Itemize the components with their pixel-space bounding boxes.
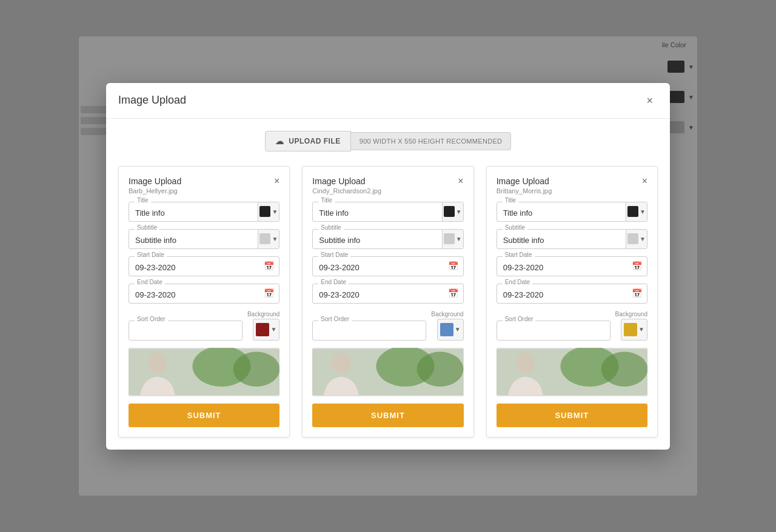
submit-button-2[interactable]: SUBMIT (312, 404, 463, 427)
card-filename-2: Cindy_Richardson2.jpg (312, 187, 381, 195)
end-date-row-2: 📅 (312, 284, 463, 304)
end-date-label-3: End Date (503, 279, 533, 285)
title-color-chevron-1: ▼ (272, 208, 278, 215)
card-title-3: Image Upload (497, 176, 552, 186)
title-label-2: Title (318, 197, 335, 204)
modal-title: Image Upload (118, 94, 186, 107)
modal: Image Upload × ☁ UPLOAD FILE 900 WIDTH X… (106, 83, 670, 450)
card-title-group-3: Image Upload Brittany_Morris.jpg (497, 176, 552, 195)
card-header-2: Image Upload Cindy_Richardson2.jpg × (312, 176, 463, 195)
sort-input-3[interactable] (497, 321, 610, 341)
card-2: Image Upload Cindy_Richardson2.jpg × Tit… (302, 166, 473, 437)
bg-label-2: Background (431, 311, 463, 318)
bg-label-1: Background (247, 311, 279, 318)
sort-label-2: Sort Order (318, 316, 352, 322)
end-date-field-group-3: End Date 📅 (497, 284, 647, 304)
title-color-btn-1[interactable]: ▼ (258, 202, 279, 221)
subtitle-field-group-1: Subtitle ▼ (129, 229, 279, 249)
end-date-field-group-1: End Date 📅 (129, 284, 279, 304)
modal-close-button[interactable]: × (641, 93, 658, 108)
bg-color-btn-3[interactable]: ▼ (621, 319, 647, 341)
bg-field-1: Background ▼ (247, 311, 279, 341)
preview-svg-1 (129, 348, 279, 396)
start-date-input-3[interactable] (497, 257, 627, 276)
card-header-1: Image Upload Barb_Hellyer.jpg × (129, 176, 279, 195)
sort-label-1: Sort Order (135, 316, 168, 322)
card-close-button-3[interactable]: × (642, 176, 647, 186)
subtitle-color-btn-3[interactable]: ▼ (626, 230, 647, 248)
card-header-3: Image Upload Brittany_Morris.jpg × (497, 176, 647, 195)
subtitle-field-group-2: Subtitle ▼ (312, 229, 463, 249)
title-field-group-1: Title ▼ (129, 202, 279, 222)
start-date-field-group-3: Start Date 📅 (497, 256, 647, 276)
end-date-input-1[interactable] (129, 284, 259, 303)
modal-overlay: Image Upload × ☁ UPLOAD FILE 900 WIDTH X… (0, 0, 776, 532)
subtitle-color-swatch-2 (444, 233, 455, 244)
end-date-input-3[interactable] (497, 284, 627, 303)
title-field-group-2: Title ▼ (312, 202, 463, 222)
subtitle-color-swatch-1 (259, 233, 270, 244)
title-input-1[interactable] (129, 202, 258, 221)
title-color-btn-2[interactable]: ▼ (442, 202, 463, 221)
title-field-row-3: ▼ (497, 202, 647, 222)
title-color-chevron-3: ▼ (640, 208, 646, 215)
svg-point-1 (149, 353, 167, 374)
preview-image-2 (312, 348, 463, 396)
card-3: Image Upload Brittany_Morris.jpg × Title… (486, 166, 658, 437)
title-field-row-2: ▼ (312, 202, 463, 222)
sort-input-2[interactable] (312, 321, 426, 341)
bg-color-btn-2[interactable]: ▼ (437, 319, 464, 341)
title-color-swatch-1 (259, 206, 270, 217)
start-date-calendar-icon-1[interactable]: 📅 (259, 261, 279, 271)
card-close-button-1[interactable]: × (274, 176, 279, 186)
cards-row: Image Upload Barb_Hellyer.jpg × Title ▼ … (118, 166, 658, 437)
bg-color-btn-1[interactable]: ▼ (253, 319, 279, 341)
sort-bg-row-3: Sort Order Background ▼ (497, 311, 647, 341)
title-input-2[interactable] (313, 202, 441, 221)
start-date-input-2[interactable] (313, 257, 443, 276)
end-date-calendar-icon-2[interactable]: 📅 (443, 288, 463, 298)
start-date-row-2: 📅 (312, 256, 463, 276)
start-date-label-1: Start Date (135, 251, 167, 258)
modal-body: ☁ UPLOAD FILE 900 WIDTH X 550 HEIGHT REC… (106, 119, 670, 450)
end-date-field-group-2: End Date 📅 (312, 284, 463, 304)
upload-hint: 900 WIDTH X 550 HEIGHT RECOMMENDED (351, 132, 512, 150)
subtitle-input-2[interactable] (313, 230, 441, 248)
bg-color-chevron-2: ▼ (455, 326, 461, 333)
end-date-input-2[interactable] (313, 284, 443, 303)
bg-color-chevron-1: ▼ (270, 326, 276, 333)
subtitle-color-btn-2[interactable]: ▼ (442, 230, 463, 248)
subtitle-color-btn-1[interactable]: ▼ (258, 230, 279, 248)
svg-point-3 (233, 351, 280, 387)
subtitle-input-3[interactable] (497, 230, 626, 248)
sort-bg-row-1: Sort Order Background ▼ (129, 311, 279, 341)
bg-color-swatch-2 (440, 323, 453, 336)
card-1: Image Upload Barb_Hellyer.jpg × Title ▼ … (118, 166, 290, 437)
start-date-calendar-icon-2[interactable]: 📅 (443, 261, 463, 271)
sort-field-3: Sort Order (497, 321, 610, 341)
start-date-row-1: 📅 (129, 256, 279, 276)
end-date-calendar-icon-1[interactable]: 📅 (259, 288, 279, 298)
start-date-label-2: Start Date (318, 251, 350, 258)
modal-header: Image Upload × (106, 83, 670, 119)
title-input-3[interactable] (497, 202, 626, 221)
start-date-input-1[interactable] (129, 257, 259, 276)
title-color-btn-3[interactable]: ▼ (626, 202, 647, 221)
submit-button-1[interactable]: SUBMIT (129, 404, 279, 427)
subtitle-input-1[interactable] (129, 230, 258, 248)
preview-image-3 (497, 348, 647, 396)
start-date-field-group-2: Start Date 📅 (312, 256, 463, 276)
start-date-calendar-icon-3[interactable]: 📅 (627, 261, 647, 271)
bg-color-swatch-1 (256, 323, 269, 336)
bg-color-chevron-3: ▼ (638, 326, 644, 333)
svg-point-5 (332, 353, 351, 374)
end-date-row-1: 📅 (129, 284, 279, 304)
card-close-button-2[interactable]: × (458, 176, 463, 186)
subtitle-color-swatch-3 (627, 233, 638, 244)
sort-input-1[interactable] (129, 321, 242, 341)
bg-color-swatch-3 (624, 323, 637, 336)
submit-button-3[interactable]: SUBMIT (497, 404, 647, 427)
subtitle-label-3: Subtitle (503, 224, 527, 231)
end-date-calendar-icon-3[interactable]: 📅 (627, 288, 647, 298)
upload-file-button[interactable]: ☁ UPLOAD FILE (265, 131, 351, 151)
